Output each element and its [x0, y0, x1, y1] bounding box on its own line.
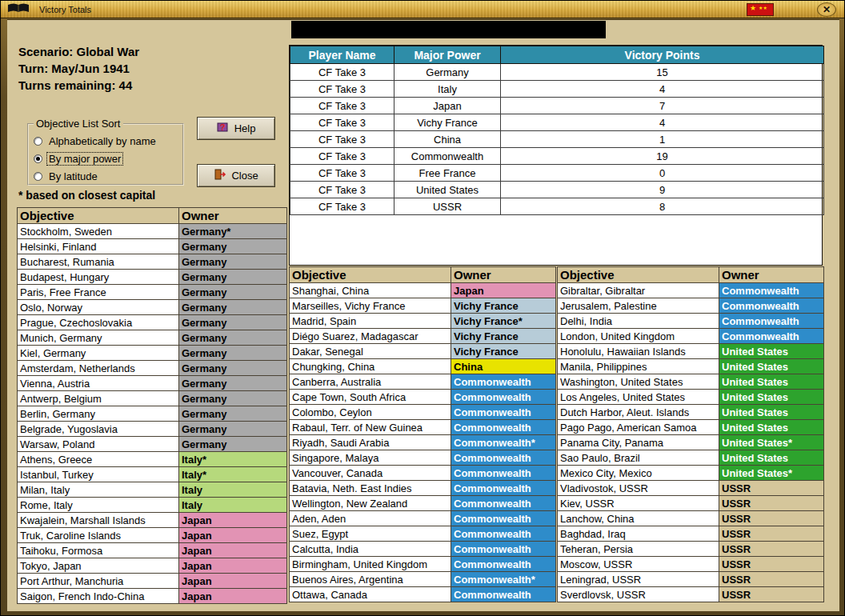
objective-row: Pago Pago, American SamoaUnited States — [558, 420, 824, 435]
turn-label: Turn: May/Jun 1941 — [18, 60, 139, 77]
owner-cell: Commonwealth — [451, 466, 556, 481]
player-name-cell: CF Take 3 — [290, 114, 394, 131]
objective-name-cell: Teheran, Persia — [558, 542, 719, 557]
sort-option-1[interactable]: By major power — [32, 150, 179, 167]
major-power-cell: USSR — [394, 198, 501, 215]
owner-cell: Commonwealth — [451, 481, 556, 496]
objective-row: Istanbul, TurkeyItaly* — [18, 467, 287, 482]
objective-name-cell: Mexico City, Mexico — [558, 466, 719, 481]
radio-button-icon[interactable] — [34, 172, 42, 181]
owner-col-header: Owner — [719, 267, 824, 283]
objective-row: Batavia, Neth. East IndiesCommonwealth — [290, 481, 556, 496]
owner-cell: United States — [719, 450, 824, 466]
objective-name-cell: Wellington, New Zealand — [290, 496, 451, 511]
titlebar[interactable]: Victory Totals ★ ★★ ✕ — [1, 1, 844, 18]
objective-row: Riyadh, Saudi ArabiaCommonwealth* — [290, 435, 556, 450]
help-button[interactable]: ? Help — [197, 117, 275, 140]
turns-remaining-label: Turns remaining: 44 — [18, 77, 139, 94]
victory-points-cell: 1 — [501, 131, 824, 148]
sort-option-0[interactable]: Alphabetically by name — [32, 132, 179, 150]
victory-points-cell: 8 — [501, 198, 824, 215]
player-name-cell: CF Take 3 — [290, 182, 394, 198]
objective-name-cell: Moscow, USSR — [558, 557, 719, 572]
objective-row: Kiev, USSRUSSR — [558, 496, 824, 511]
objective-row: Washington, United StatesUnited States — [558, 374, 824, 390]
objective-row: Los Angeles, United StatesUnited States — [558, 390, 824, 405]
owner-cell: Commonwealth — [451, 390, 556, 405]
objective-row: Sao Paulo, BrazilUnited States — [558, 450, 824, 466]
owner-cell: Germany — [179, 254, 287, 270]
objective-col-header: Objective — [558, 267, 719, 283]
objective-row: Tokyo, JapanJapan — [18, 558, 287, 574]
objective-name-cell: Panama City, Panama — [558, 435, 719, 450]
owner-cell: Vichy France — [451, 329, 556, 344]
victory-row: CF Take 3China1 — [290, 131, 824, 148]
owner-cell: Commonwealth — [719, 283, 824, 298]
victory-panel: Player Name Major Power Victory Points C… — [289, 45, 823, 266]
objective-name-cell: Athens, Greece — [18, 452, 179, 467]
owner-cell: USSR — [719, 542, 824, 557]
objective-name-cell: Dakar, Senegal — [290, 344, 451, 359]
objective-row: Aden, AdenCommonwealth — [290, 511, 556, 526]
objective-row: Milan, ItalyItaly — [18, 482, 287, 498]
victory-row: CF Take 3United States9 — [290, 182, 824, 198]
objective-row: Antwerp, BelgiumGermany — [18, 391, 287, 406]
sort-option-2[interactable]: By latitude — [32, 167, 179, 185]
objective-name-cell: Singapore, Malaya — [290, 450, 451, 466]
top-black-bar — [291, 21, 606, 38]
sort-option-label: By major power — [47, 153, 122, 165]
objective-row: Teheran, PersiaUSSR — [558, 542, 824, 557]
objective-row: Jerusalem, PalestineCommonwealth — [558, 298, 824, 314]
objective-table-middle: Objective Owner Shanghai, ChinaJapanMars… — [289, 266, 556, 602]
objective-name-cell: Paris, Free France — [18, 285, 179, 300]
owner-cell: Germany — [179, 391, 287, 406]
owner-cell: Japan — [179, 558, 287, 574]
major-power-cell: Italy — [394, 81, 501, 98]
victory-row: CF Take 3Commonwealth19 — [290, 148, 824, 165]
objective-name-cell: Vladivostok, USSR — [558, 481, 719, 496]
objective-name-cell: Calcutta, India — [290, 542, 451, 557]
objective-row: Baghdad, IraqUSSR — [558, 526, 824, 542]
window-book-icon — [6, 2, 33, 18]
sort-option-label: By latitude — [47, 170, 99, 182]
objective-row: Prague, CzechoslovakiaGermany — [18, 315, 287, 330]
objective-name-cell: Helsinki, Finland — [18, 239, 179, 254]
owner-cell: Japan — [179, 574, 287, 589]
player-name-cell: CF Take 3 — [290, 165, 394, 182]
close-button[interactable]: Close — [197, 164, 275, 187]
objective-name-cell: Aden, Aden — [290, 511, 451, 526]
owner-cell: USSR — [719, 587, 824, 602]
objective-row: Madrid, SpainVichy France* — [290, 314, 556, 329]
player-name-header: Player Name — [290, 46, 394, 64]
objective-row: Vancouver, CanadaCommonwealth — [290, 466, 556, 481]
owner-cell: Germany — [179, 300, 287, 315]
objective-name-cell: Belgrade, Yugoslavia — [18, 422, 179, 437]
flag-button[interactable]: ★ ★★ — [747, 3, 774, 16]
objective-row: Dakar, SenegalVichy France — [290, 344, 556, 359]
objective-name-cell: Canberra, Australia — [290, 374, 451, 390]
objective-row: Helsinki, FinlandGermany — [18, 239, 287, 254]
owner-cell: USSR — [719, 481, 824, 496]
owner-cell: Japan — [451, 283, 556, 298]
objective-name-cell: Milan, Italy — [18, 482, 179, 498]
objective-row: Cape Town, South AfricaCommonwealth — [290, 390, 556, 405]
objective-row: Shanghai, ChinaJapan — [290, 283, 556, 298]
owner-cell: United States — [719, 359, 824, 374]
objective-row: Lanchow, ChinaUSSR — [558, 511, 824, 526]
radio-button-icon[interactable] — [34, 154, 42, 163]
objective-row: Kiel, GermanyGermany — [18, 346, 287, 361]
owner-cell: Commonwealth — [451, 496, 556, 511]
objective-row: Panama City, PanamaUnited States* — [558, 435, 824, 450]
objective-name-cell: Vienna, Austria — [18, 376, 179, 391]
help-button-label: Help — [234, 122, 256, 134]
owner-cell: United States* — [719, 466, 824, 481]
help-icon: ? — [217, 122, 230, 135]
objective-name-cell: Colombo, Ceylon — [290, 405, 451, 420]
victory-points-cell: 4 — [501, 81, 824, 98]
objective-row: Truk, Caroline IslandsJapan — [18, 528, 287, 543]
radio-button-icon[interactable] — [34, 137, 42, 146]
owner-cell: Germany — [179, 315, 287, 330]
owner-cell: USSR — [719, 496, 824, 511]
victory-header-row: Player Name Major Power Victory Points — [290, 46, 824, 64]
window-close-button[interactable]: ✕ — [817, 2, 836, 17]
